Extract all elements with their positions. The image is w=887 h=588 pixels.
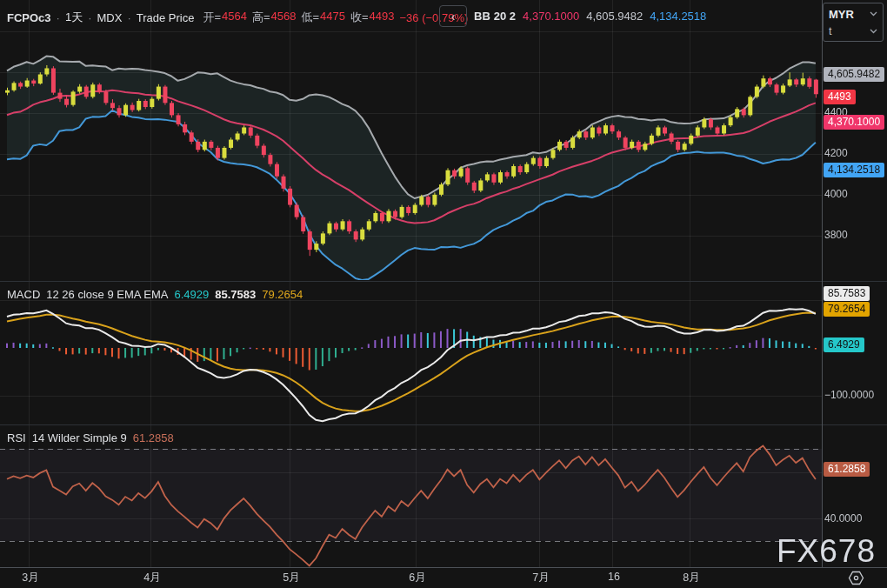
chart-settings-button[interactable] [840, 569, 871, 586]
price-axis[interactable]: 4,605.9482449344004,370.100042004,134.25… [822, 0, 887, 567]
macd-hist-badge: 6.4929 [824, 337, 864, 352]
macd-title: MACD [7, 288, 40, 301]
exchange-label: MDX [97, 11, 123, 24]
ohlc-open: 开=4564 [203, 10, 247, 25]
ohlc-high: 高=4568 [252, 10, 297, 25]
macd-line-badge: 85.7583 [824, 286, 870, 301]
macd-params: 12 26 close 9 EMA EMA [46, 288, 168, 301]
time-label: 6月 [409, 571, 425, 585]
time-label: 16 [608, 571, 620, 583]
tick-3800: 3800 [824, 228, 848, 243]
chevron-down-icon [870, 29, 877, 34]
chart-window: FX678 FCPOc3 · 1天 · MDX · Trade Price 开=… [0, 0, 887, 588]
time-axis[interactable]: 3月4月5月6月7月168月 [0, 567, 887, 588]
time-label: 8月 [683, 571, 699, 585]
indicator-back-button[interactable]: ‹ [439, 5, 467, 27]
macd-legend[interactable]: MACD 12 26 close 9 EMA EMA 6.4929 85.758… [7, 288, 303, 301]
rsi-title: RSI [7, 431, 26, 444]
time-label: 7月 [532, 571, 549, 585]
bb-basis-badge: 4,370.1000 [824, 115, 884, 130]
interval-label: 1天 [65, 10, 83, 25]
rsi-value-badge: 61.2858 [824, 462, 870, 477]
symbol-name: FCPOc3 [7, 11, 51, 24]
unit-value: t [829, 25, 831, 37]
bb-lower-badge: 4,134.2518 [824, 163, 884, 177]
macd-hist-value: 6.4929 [174, 288, 209, 301]
unit-selector-box: MYR t [823, 3, 884, 42]
main-legend[interactable]: FCPOc3 · 1天 · MDX · Trade Price 开=4564 高… [7, 10, 468, 25]
series-type-label: Trade Price [137, 11, 195, 24]
separator-dot: · [127, 11, 130, 24]
bb-basis-value: 4,370.1000 [523, 10, 579, 23]
bb-lower-value: 4,134.2518 [650, 10, 706, 23]
currency-value: MYR [829, 8, 854, 21]
macd-line-value: 85.7583 [215, 288, 256, 301]
tick-4200: 4200 [824, 146, 848, 161]
time-label: 5月 [283, 571, 299, 585]
time-label: 3月 [22, 571, 38, 585]
separator-dot: · [57, 11, 60, 24]
tick-4000: 4000 [824, 187, 848, 202]
settings-hexagon-icon [848, 571, 864, 585]
bb-upper-value: 4,605.9482 [586, 10, 643, 23]
separator-dot: · [88, 11, 91, 24]
tick-40: 40.0000 [824, 511, 862, 526]
tick-minus-100: −100.0000 [824, 388, 874, 403]
bb-params: 20 2 [494, 10, 516, 23]
unit-dropdown[interactable]: t [829, 25, 877, 37]
last-price-badge: 4493 [824, 90, 856, 104]
bb-upper-badge: 4,605.9482 [824, 67, 884, 82]
rsi-value: 61.2858 [133, 431, 174, 444]
macd-signal-value: 79.2654 [262, 288, 303, 301]
rsi-params: 14 Wilder Simple 9 [32, 431, 127, 444]
ohlc-low: 低=4475 [301, 10, 345, 25]
ohlc-close: 收=4493 [350, 10, 395, 25]
bb-title: BB [474, 10, 490, 23]
bb-legend[interactable]: ‹ BB 20 2 4,370.1000 4,605.9482 4,134.25… [439, 5, 706, 27]
rsi-legend[interactable]: RSI 14 Wilder Simple 9 61.2858 [7, 431, 174, 444]
time-label: 4月 [143, 571, 160, 585]
macd-signal-badge: 79.2654 [824, 302, 870, 317]
chevron-down-icon [870, 11, 877, 17]
currency-dropdown[interactable]: MYR [829, 8, 877, 21]
